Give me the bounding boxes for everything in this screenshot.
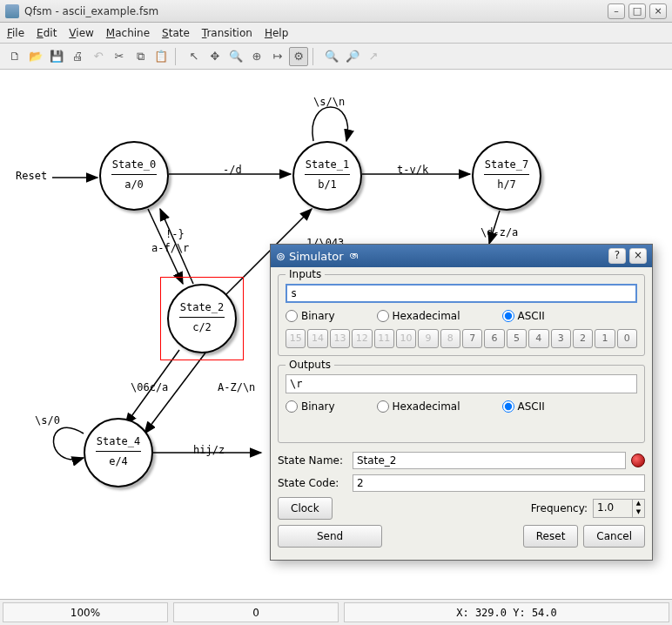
add-transition-icon[interactable]: ↦	[268, 47, 287, 66]
state-led-icon	[631, 454, 645, 467]
dialog-icon: ⊚	[276, 250, 286, 263]
menu-edit[interactable]: Edit	[37, 27, 57, 39]
bit-6[interactable]: 6	[484, 329, 504, 348]
bit-4[interactable]: 4	[528, 329, 548, 348]
state-1-out: b/1	[294, 178, 360, 191]
cancel-button[interactable]: Cancel	[583, 525, 645, 548]
trans-s2-s4-a[interactable]: \06c/a	[131, 381, 168, 393]
trans-s7-down[interactable]: \d-z/a	[480, 226, 518, 239]
state-name-value: State_2	[353, 452, 626, 469]
frequency-spinner[interactable]: 1.0 ▲▼	[593, 499, 645, 518]
trans-s4-self[interactable]: \s/0	[35, 414, 60, 427]
state-code-row: State Code: 2	[278, 474, 645, 492]
simulate-icon[interactable]: ⚙	[289, 47, 308, 66]
bit-9[interactable]: 9	[418, 329, 438, 348]
outputs-radio-binary[interactable]: Binary	[286, 400, 335, 413]
zoom-out-icon[interactable]: 🔎	[343, 47, 362, 66]
dialog-close-button[interactable]: ×	[629, 248, 647, 264]
copy-icon[interactable]: ⧉	[131, 47, 150, 66]
minimize-button[interactable]: –	[608, 3, 625, 19]
clock-button[interactable]: Clock	[278, 497, 333, 520]
bit-2[interactable]: 2	[573, 329, 593, 348]
state-code-value: 2	[353, 474, 645, 492]
trans-s4-right[interactable]: hij/z	[193, 444, 225, 456]
undo-icon[interactable]: ↶	[89, 47, 108, 66]
state-4[interactable]: State_4 e/4	[84, 418, 153, 487]
trans-s2-s4-b[interactable]: A-Z/\n	[218, 381, 255, 393]
toolbar: 🗋 📂 💾 🖨 ↶ ✂ ⧉ 📋 ↖ ✥ 🔍 ⊕ ↦ ⚙ 🔍 🔎 ↗	[0, 44, 672, 70]
state-7[interactable]: State_7 h/7	[472, 141, 541, 211]
select-tool-icon[interactable]: ↖	[185, 47, 204, 66]
bit-8[interactable]: 8	[440, 329, 460, 348]
trans-s0-s2-b[interactable]: a-f/\r	[151, 242, 189, 254]
add-state-icon[interactable]: ⊕	[247, 47, 266, 66]
bit-15[interactable]: 15	[286, 329, 306, 348]
bit-11[interactable]: 11	[374, 329, 394, 348]
status-zoom: 100%	[3, 602, 168, 622]
state-1[interactable]: State_1 b/1	[292, 141, 362, 211]
zoom-tool-icon[interactable]: 🔍	[226, 47, 245, 66]
inputs-radio-ascii[interactable]: ASCII	[502, 310, 545, 322]
bit-7[interactable]: 7	[462, 329, 482, 348]
app-icon	[5, 4, 19, 18]
print-icon[interactable]: 🖨	[68, 47, 87, 66]
state-0[interactable]: State_0 a/0	[99, 141, 169, 211]
trans-s0-s1[interactable]: -/d	[223, 164, 242, 176]
reset-button[interactable]: Reset	[523, 525, 579, 548]
freq-down-icon[interactable]: ▼	[632, 508, 644, 517]
paste-icon[interactable]: 📋	[151, 47, 171, 66]
toolbar-sep-2	[312, 48, 318, 65]
state-7-out: h/7	[474, 178, 540, 191]
state-name-row: State Name: State_2	[278, 452, 645, 469]
state-name-label: State Name:	[278, 454, 347, 467]
menu-transition[interactable]: Transition	[202, 27, 252, 39]
menu-help[interactable]: Help	[265, 27, 288, 39]
bit-5[interactable]: 5	[507, 329, 527, 348]
outputs-legend: Outputs	[286, 359, 334, 371]
state-2[interactable]: State_2 c/2	[167, 284, 237, 353]
inputs-radio-binary[interactable]: Binary	[286, 310, 335, 322]
inputs-field[interactable]	[286, 284, 637, 303]
menu-file[interactable]: File	[7, 27, 24, 39]
toolbar-sep-1	[175, 48, 180, 65]
frequency-value[interactable]: 1.0	[594, 500, 632, 517]
dialog-title: Simulator	[289, 250, 344, 263]
new-icon[interactable]: 🗋	[5, 47, 24, 66]
inputs-radio-hex[interactable]: Hexadecimal	[377, 310, 460, 322]
state-2-out: c/2	[169, 321, 235, 333]
dialog-titlebar[interactable]: ⊚ Simulator ෧ ? ×	[271, 245, 652, 267]
bit-1[interactable]: 1	[595, 329, 615, 348]
bit-0[interactable]: 0	[617, 329, 637, 348]
save-icon[interactable]: 💾	[47, 47, 66, 66]
bit-12[interactable]: 12	[352, 329, 372, 348]
freq-up-icon[interactable]: ▲	[632, 500, 644, 508]
cut-icon[interactable]: ✂	[110, 47, 129, 66]
bit-14[interactable]: 14	[307, 329, 327, 348]
menu-view[interactable]: View	[69, 27, 93, 39]
trans-s0-s2-a[interactable]: !-}	[165, 228, 185, 240]
bit-3[interactable]: 3	[551, 329, 571, 348]
close-button[interactable]: ×	[649, 3, 667, 19]
menu-machine[interactable]: Machine	[106, 27, 150, 39]
send-button[interactable]: Send	[278, 525, 382, 548]
inputs-group: Inputs Binary Hexadecimal ASCII 15 14 13…	[278, 274, 645, 356]
outputs-radio-ascii[interactable]: ASCII	[502, 400, 545, 413]
bit-10[interactable]: 10	[396, 329, 416, 348]
inputs-bits: 15 14 13 12 11 10 9 8 7 6 5 4 3 2 1 0	[286, 329, 637, 348]
outputs-radio-hex[interactable]: Hexadecimal	[377, 400, 460, 413]
open-icon[interactable]: 📂	[26, 47, 45, 66]
zoom-in-icon[interactable]: 🔍	[322, 47, 341, 66]
state-code-label: State Code:	[278, 477, 347, 489]
trans-s1-s7[interactable]: t-v/k	[397, 164, 428, 176]
menubar: File Edit View Machine State Transition …	[0, 23, 672, 44]
bit-13[interactable]: 13	[330, 329, 350, 348]
reset-label: Reset	[16, 170, 47, 182]
trans-s1-self[interactable]: \s/\n	[313, 96, 345, 108]
pan-tool-icon[interactable]: ✥	[205, 47, 225, 66]
outputs-group: Outputs Binary Hexadecimal ASCII	[278, 365, 645, 443]
maximize-button[interactable]: □	[628, 3, 646, 19]
menu-state[interactable]: State	[162, 27, 190, 39]
arrow-icon[interactable]: ↗	[364, 47, 383, 66]
simulator-dialog[interactable]: ⊚ Simulator ෧ ? × Inputs Binary Hexadeci…	[270, 244, 653, 561]
dialog-help-button[interactable]: ?	[608, 248, 626, 264]
